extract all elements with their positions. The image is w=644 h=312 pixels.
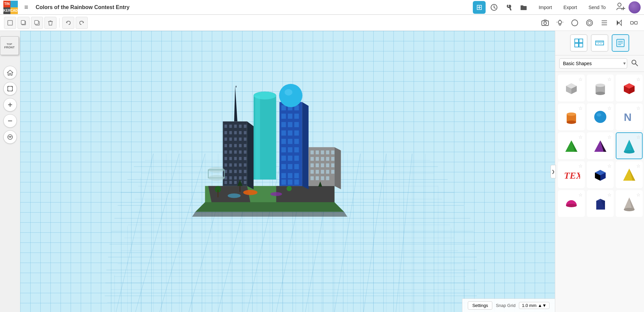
orbit-button[interactable]	[3, 130, 17, 144]
mirror-button[interactable]	[613, 17, 625, 29]
shape-text-red[interactable]: ☆ TEXT	[558, 161, 585, 188]
shape-cylinder-gray[interactable]: ☆	[587, 75, 614, 101]
duplicate-button[interactable]	[31, 17, 43, 29]
shape-star-text-n[interactable]: ☆	[636, 105, 641, 111]
shape-star-text-red[interactable]: ☆	[578, 163, 583, 169]
new-button[interactable]	[4, 17, 16, 29]
shape-star-cone-teal[interactable]: ☆	[636, 134, 641, 140]
svg-rect-27	[631, 21, 633, 24]
shape-box-navy[interactable]: ☆	[587, 161, 614, 188]
svg-point-233	[597, 113, 601, 117]
tinkercad-logo[interactable]: TIN KER CAD	[3, 1, 17, 14]
copy-button[interactable]	[17, 17, 30, 29]
zoom-out-button[interactable]	[3, 114, 17, 128]
shape-sphere-blue[interactable]: ☆	[587, 103, 614, 130]
svg-point-231	[567, 121, 576, 124]
shape-box-red[interactable]: ☆	[616, 75, 643, 101]
shape-star-pyramid-purple[interactable]: ☆	[607, 134, 612, 140]
redo-button[interactable]	[76, 17, 88, 29]
copy-icon	[21, 20, 27, 26]
shape-pyramid-purple[interactable]: ☆	[587, 132, 614, 159]
undo-button[interactable]	[62, 17, 74, 29]
svg-rect-6	[21, 20, 25, 24]
zoom-in-icon	[7, 101, 13, 108]
bottom-status-bar: Settings Snap Grid 1.0 mm ▲▼	[462, 299, 555, 312]
shape-star-cylinder-orange[interactable]: ☆	[578, 105, 583, 111]
view-cube[interactable]: TOP FRONT	[0, 36, 20, 56]
clock-button[interactable]	[488, 1, 500, 14]
ruler-tab-icon	[595, 38, 604, 48]
snap-value-control[interactable]: 1.0 mm ▲▼	[519, 302, 550, 309]
panel-collapse-button[interactable]: ❯	[551, 165, 556, 178]
logo-cad: CAD	[10, 7, 18, 14]
shape-star-pyramid-yellow[interactable]: ☆	[636, 163, 641, 169]
svg-point-20	[586, 20, 593, 26]
shape-tool-icon	[571, 19, 579, 27]
shape-box-light[interactable]: ☆	[558, 75, 585, 101]
svg-rect-8	[35, 20, 38, 24]
document-icon-button[interactable]: ≡	[20, 1, 32, 13]
camera-view-button[interactable]	[539, 17, 551, 29]
shape-star-sphere-blue[interactable]: ☆	[607, 105, 612, 111]
svg-point-19	[572, 20, 578, 26]
settings-button[interactable]: Settings	[468, 301, 492, 310]
shapes-category-select[interactable]: Basic Shapes Featured Letters Connectors…	[559, 58, 627, 69]
svg-text:N: N	[624, 111, 632, 123]
user-avatar[interactable]	[629, 1, 641, 13]
shape-tool-button[interactable]	[569, 17, 581, 29]
shape-star-pyramid-green[interactable]: ☆	[578, 134, 583, 140]
send-to-button[interactable]: Send To	[583, 3, 611, 12]
shape-pyramid-yellow[interactable]: ☆	[616, 161, 643, 188]
tab-ruler-button[interactable]	[591, 34, 608, 52]
import-button[interactable]: Import	[533, 3, 558, 12]
tab-notes-button[interactable]	[612, 34, 629, 52]
toolbar	[0, 15, 644, 31]
shape-star-box-navy[interactable]: ☆	[607, 163, 612, 169]
add-user-button[interactable]	[614, 1, 627, 13]
top-nav-icons: ⊞	[473, 1, 530, 14]
group-icon	[630, 19, 638, 27]
shape-star-cylinder-gray[interactable]: ☆	[607, 77, 612, 82]
shape-text-n[interactable]: ☆ N	[616, 103, 643, 130]
shape-star-box-red[interactable]: ☆	[636, 77, 641, 82]
tools-button[interactable]	[502, 1, 515, 14]
folder-button[interactable]	[517, 1, 530, 14]
svg-marker-26	[619, 20, 621, 26]
shape-star-box-navy2[interactable]: ☆	[607, 192, 612, 197]
shape-star-cone-gray[interactable]: ☆	[636, 192, 641, 197]
shape-box-navy2[interactable]: ☆	[587, 190, 614, 217]
shape-cylinder-orange[interactable]: ☆	[558, 103, 585, 130]
toolbar-separator	[59, 18, 60, 28]
svg-point-21	[588, 21, 591, 25]
delete-button[interactable]	[44, 17, 56, 29]
shape-hemisphere-pink[interactable]: ☆	[558, 190, 585, 217]
canvas-area[interactable]: Settings Snap Grid 1.0 mm ▲▼	[20, 31, 555, 312]
zoom-fit-button[interactable]	[3, 82, 17, 95]
svg-marker-25	[617, 20, 619, 26]
shape-star-hemisphere-pink[interactable]: ☆	[578, 192, 583, 197]
shape-pyramid-green[interactable]: ☆	[558, 132, 585, 159]
export-button[interactable]: Export	[558, 3, 582, 12]
right-panel: ❯	[555, 31, 644, 312]
new-icon	[7, 20, 13, 26]
group-button[interactable]	[628, 17, 640, 29]
snap-arrows: ▲▼	[538, 303, 546, 308]
shape-cone-teal[interactable]: ☆	[616, 132, 643, 159]
snap-grid-label: Snap Grid	[496, 303, 516, 308]
home-view-button[interactable]	[3, 66, 17, 79]
light-button[interactable]	[554, 17, 566, 29]
align-button[interactable]	[598, 17, 610, 29]
shape-star-box-light[interactable]: ☆	[578, 77, 583, 82]
tab-grid-button[interactable]	[570, 34, 588, 52]
align-icon	[600, 19, 608, 27]
grid-view-button[interactable]: ⊞	[473, 1, 486, 14]
left-sidebar: TOP FRONT	[0, 31, 20, 312]
shape-cone-gray[interactable]: ☆	[616, 190, 643, 217]
wrench-icon	[505, 4, 513, 11]
collapse-arrow: ❯	[552, 169, 555, 174]
svg-rect-29	[8, 86, 12, 91]
zoom-in-button[interactable]	[3, 98, 17, 112]
shapes-search-button[interactable]	[629, 58, 640, 69]
cutout-button[interactable]	[583, 17, 596, 29]
lightbulb-icon	[556, 19, 564, 27]
